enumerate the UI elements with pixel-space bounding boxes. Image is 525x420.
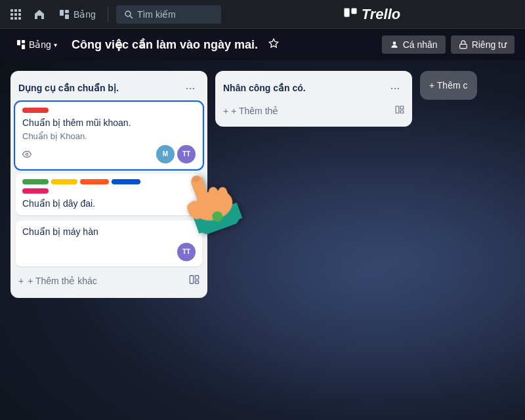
avatar-tt: TT [177,145,196,163]
svg-point-20 [392,41,396,45]
card-title-3: Chuẩn bị máy hàn [22,226,196,239]
svg-point-22 [26,153,28,156]
svg-rect-11 [65,14,69,19]
svg-rect-16 [17,40,20,45]
template-icon [189,274,200,285]
svg-rect-3 [10,13,13,16]
svg-rect-5 [18,13,21,16]
board-view-icon [17,40,26,49]
add-card-button[interactable]: + + Thêm thẻ khác [16,272,186,290]
card-icons-1 [22,150,32,159]
svg-rect-2 [18,9,21,12]
view-label: Bảng [29,39,51,50]
private-button[interactable]: Riêng tư [451,35,514,54]
add-card-footer: + + Thêm thẻ khác [16,272,202,290]
card-footer-1: M TT [22,145,196,163]
svg-point-12 [125,11,131,16]
card-footer-3: TT [22,243,196,261]
search-bar[interactable]: Tìm kiếm [116,5,221,24]
card-may-han[interactable]: Chuẩn bị máy hàn TT [16,220,202,266]
svg-rect-9 [60,10,64,16]
add-card-label-2: + Thêm thẻ [231,106,278,116]
svg-rect-28 [400,111,404,114]
svg-rect-1 [14,9,17,12]
avatar-tt-2: TT [177,243,196,261]
add-list-button[interactable]: + Thêm c [420,71,477,100]
board-label: Bảng [74,9,96,20]
view-switcher[interactable]: Bảng ▾ [10,35,64,54]
list-header-2: Nhân công cần có. ··· [220,79,407,102]
trello-logo-icon [343,7,358,22]
card-labels-1 [22,108,196,113]
list-menu-button-2[interactable]: ··· [386,79,404,97]
search-placeholder: Tìm kiếm [137,9,176,20]
svg-rect-15 [351,8,356,14]
avatars-1: M TT [156,145,196,163]
top-navigation: Bảng Tìm kiếm Trello [0,0,525,29]
svg-rect-23 [190,276,193,284]
card-labels-row2 [22,188,196,194]
divider [108,7,108,22]
template-icon-2 [395,105,404,114]
logo-area: Trello [224,6,520,23]
svg-rect-17 [22,40,25,43]
list-nhan-cong: Nhân công cần có. ··· + + Thêm thẻ [215,71,412,127]
list-title-1: Dụng cụ cần chuẩn bị. [18,83,119,93]
lock-icon [459,40,468,49]
svg-rect-25 [195,281,198,284]
plus-icon-2: + [223,106,228,116]
eye-icon [22,150,32,159]
list-dung-cu: Dụng cụ cần chuẩn bị. ··· Chuẩn bị thêm … [10,71,207,298]
private-label: Riêng tư [472,39,507,50]
personal-button[interactable]: Cá nhân [382,35,446,54]
svg-rect-18 [22,45,25,49]
svg-marker-19 [269,39,278,47]
card-labels-2 [22,179,196,184]
trello-text: Trello [362,6,401,23]
label-yellow [51,179,77,184]
svg-rect-8 [18,17,21,20]
avatar-m: M [156,145,175,163]
list-menu-button-1[interactable]: ··· [181,79,200,97]
svg-rect-6 [10,17,13,20]
grid-icon [10,9,22,20]
star-icon [268,38,279,49]
card-day-dai[interactable]: Chuẩn bị dây đai. [16,174,202,216]
board-area: Dụng cụ cần chuẩn bị. ··· Chuẩn bị thêm … [0,60,525,420]
plus-icon: + [18,276,24,286]
card-mui-khoan[interactable]: Chuẩn bị thêm mũi khoan. Chuẩn bị Khoan.… [16,102,202,169]
add-list-label: + Thêm c [429,80,468,91]
add-card-row-2[interactable]: + + Thêm thẻ [220,102,407,119]
board-navigation: Bảng ▾ Công việc cần làm vào ngày mai. C… [0,29,525,60]
home-button[interactable] [29,4,50,25]
card-title-2: Chuẩn bị dây đai. [22,198,196,211]
svg-rect-7 [14,17,17,20]
add-card-label: + Thêm thẻ khác [28,276,97,286]
label-pink [22,188,49,194]
label-orange [80,179,109,184]
svg-rect-27 [400,106,404,110]
svg-rect-21 [459,44,467,48]
template-button[interactable] [186,272,202,290]
star-button[interactable] [263,35,284,54]
svg-rect-10 [65,10,69,13]
svg-line-13 [130,16,133,18]
avatars-3: TT [177,243,196,261]
label-green [22,179,49,184]
grid-icon-button[interactable] [5,4,26,25]
svg-rect-24 [195,276,198,279]
svg-rect-26 [396,106,399,114]
board-icon [59,9,70,20]
label-blue [112,179,140,184]
board-nav-button[interactable]: Bảng [52,4,102,25]
board-title: Công việc cần làm vào ngày mai. [72,37,258,52]
card-subtitle-1: Chuẩn bị Khoan. [22,131,196,141]
svg-rect-4 [14,13,17,16]
board-nav-right: Cá nhân Riêng tư [382,35,514,54]
trello-logo: Trello [343,6,401,23]
list-title-2: Nhân công cần có. [223,83,306,93]
home-icon [33,9,45,20]
label-red [22,108,49,113]
personal-label: Cá nhân [403,39,438,50]
svg-rect-0 [10,9,13,12]
